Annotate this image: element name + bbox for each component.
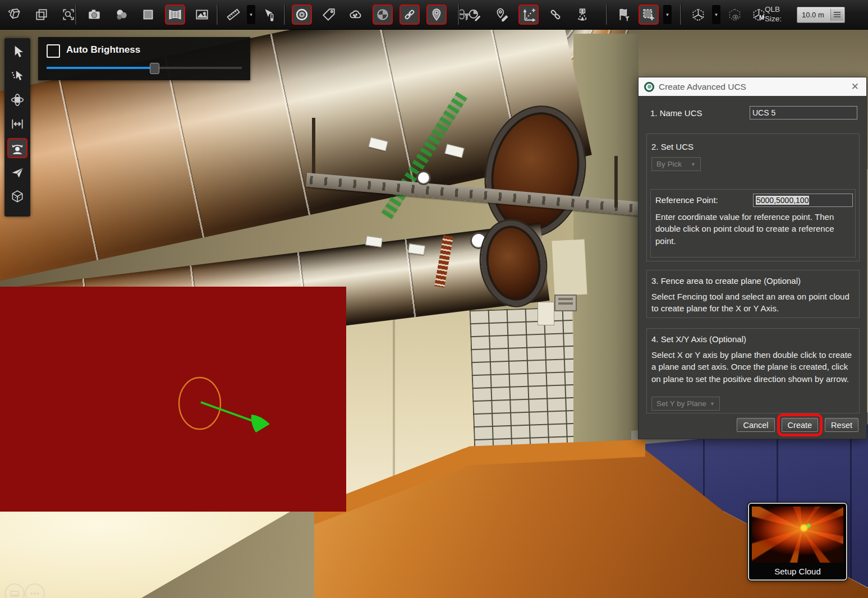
qlb-size-field[interactable]: 10.0 m (797, 7, 845, 23)
view-cube-icon[interactable] (7, 186, 27, 206)
reference-point-group: Reference Point: 5000,5000,100 Enter coo… (650, 189, 856, 257)
solid-view-icon[interactable] (138, 4, 158, 25)
hanger-rod (312, 118, 315, 180)
edit-pin-icon[interactable] (492, 4, 512, 25)
ellipsis-icon (30, 592, 39, 595)
set-ucs-group: 2. Set UCS By Pick ▼ Reference Point: 50… (646, 134, 860, 261)
axis-direction-arrowhead (251, 415, 270, 433)
reference-point-label: Reference Point: (655, 195, 718, 205)
pano-look-icon[interactable] (7, 138, 27, 158)
cancel-button[interactable]: Cancel (737, 418, 774, 432)
target-tool-icon[interactable] (292, 4, 312, 25)
render-colors-icon[interactable] (111, 4, 131, 25)
flag-filter-icon[interactable] (614, 4, 634, 25)
ucs-plane-graphic (0, 287, 346, 512)
set-ucs-heading: 2. Set UCS (651, 142, 694, 151)
rect-select-icon[interactable] (639, 4, 659, 25)
keyboard-icon (10, 591, 19, 597)
rect-select-dropdown[interactable]: ▼ (663, 5, 672, 24)
qlb-size-stepper[interactable] (830, 9, 843, 21)
hanger-rod (614, 156, 618, 208)
create-advanced-ucs-dialog: Create Advanced UCS ✕ 1. Name UCS 2. Set… (638, 77, 867, 439)
reference-point-circle (179, 378, 221, 429)
axis-direction-line (201, 402, 257, 422)
camera-icon[interactable] (84, 4, 104, 25)
setup-cloud-thumbnail[interactable]: Setup Cloud (748, 503, 847, 581)
probe-cursor-icon[interactable] (259, 4, 279, 25)
wall-corner-shadow (393, 310, 395, 489)
dialog-titlebar[interactable]: Create Advanced UCS ✕ (639, 77, 866, 96)
brightness-slider-fill (47, 67, 154, 69)
name-ucs-label: 1. Name UCS (650, 108, 702, 118)
brightness-slider[interactable] (47, 67, 242, 69)
edit-clip-icon[interactable] (465, 4, 485, 25)
frustum-icon[interactable] (572, 4, 593, 25)
reference-point-value: 5000,5000,100 (756, 196, 809, 205)
point-cloud-icon[interactable] (346, 4, 366, 25)
reference-point-description: Enter coordinate value for reference poi… (655, 211, 853, 247)
qlb-size-value: 10.0 m (797, 11, 830, 19)
setup-cloud-label: Setup Cloud (749, 567, 846, 576)
cube-axes-icon[interactable] (688, 4, 708, 25)
create-ucs-icon[interactable] (518, 4, 539, 25)
chevron-down-icon: ▼ (691, 162, 696, 167)
axis-group: 4. Set X/Y Axis (Optional) Select X or Y… (646, 328, 860, 413)
svg-text:M: M (759, 13, 764, 20)
export-model-icon[interactable] (4, 4, 25, 25)
auto-brightness-label: Auto Brightness (66, 44, 140, 56)
wall-label (538, 302, 554, 325)
navigation-toolbar (4, 38, 30, 217)
measure-ruler-icon[interactable] (223, 4, 244, 25)
fly-icon[interactable] (7, 162, 27, 182)
pressure-gauge (416, 171, 431, 185)
axis-description: Select X or Y axis by plane then double … (651, 349, 856, 385)
chevron-down-icon: ▼ (710, 401, 715, 407)
tag-tool-icon[interactable] (319, 4, 339, 25)
duplicate-view-icon[interactable] (31, 4, 52, 25)
cube-eye-icon[interactable] (724, 4, 745, 25)
axis-dropdown[interactable]: Set Y by Plane ▼ (651, 397, 720, 411)
link-tool-icon[interactable] (399, 4, 420, 25)
axis-dropdown-value: Set Y by Plane (656, 399, 706, 408)
qlb-size-label: QLB Size: (765, 5, 782, 24)
set-ucs-dropdown-value: By Pick (656, 160, 682, 168)
multi-select-cursor-icon[interactable] (7, 66, 27, 86)
point-cloud-preview (752, 507, 843, 563)
axis-heading: 4. Set X/Y Axis (Optional) (651, 334, 746, 344)
auto-brightness-checkbox[interactable] (47, 44, 60, 58)
brightness-slider-handle[interactable] (150, 63, 159, 74)
clip-sphere-icon[interactable] (373, 4, 393, 25)
pan-icon[interactable] (7, 114, 27, 134)
reset-button[interactable]: Reset (825, 418, 858, 432)
main-toolbar: ▼ ▼ ▼ M QLB Size: 10.0 (0, 0, 868, 30)
wall-sheet (552, 240, 587, 296)
dialog-title: Create Advanced UCS (659, 82, 849, 92)
measure-ruler-dropdown[interactable]: ▼ (247, 5, 255, 24)
brightness-panel: Auto Brightness (38, 37, 250, 80)
cube-axes-dropdown[interactable]: ▼ (712, 5, 720, 24)
select-cursor-icon[interactable] (7, 42, 27, 62)
orbit-icon[interactable] (7, 90, 27, 110)
panorama-view-icon[interactable] (165, 4, 185, 25)
edit-link-icon[interactable] (545, 4, 566, 25)
dialog-button-row: Cancel Create Reset (639, 418, 858, 432)
name-ucs-input[interactable] (750, 106, 857, 119)
ucs-plane-overlay[interactable] (0, 287, 346, 512)
fence-group: 3. Fence area to create plane (Optional)… (646, 270, 860, 318)
image-view-icon[interactable] (192, 4, 212, 25)
fence-heading: 3. Fence area to create plane (Optional) (651, 276, 801, 286)
pin-tool-icon[interactable] (426, 4, 447, 25)
set-ucs-dropdown[interactable]: By Pick ▼ (651, 157, 701, 171)
create-button[interactable]: Create (782, 418, 819, 432)
close-icon[interactable]: ✕ (849, 82, 861, 91)
ucs-dialog-icon (644, 82, 654, 92)
pale-floor (0, 508, 353, 598)
reference-point-input[interactable]: 5000,5000,100 (753, 194, 853, 207)
wall-junction-box (554, 295, 577, 311)
fence-description: Select Fencing tool and select an area o… (651, 291, 851, 315)
